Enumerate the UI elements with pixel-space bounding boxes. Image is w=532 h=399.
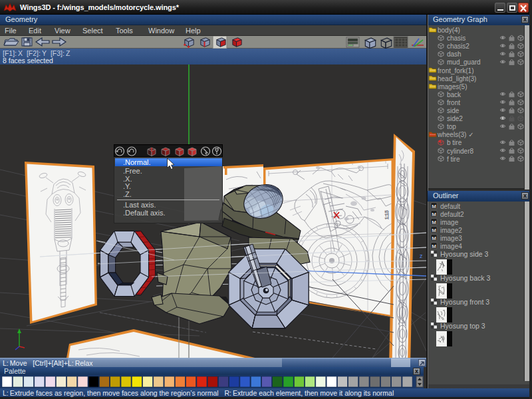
svg-text:M: M <box>432 227 436 233</box>
svg-text:head_light(3): head_light(3) <box>438 75 476 82</box>
svg-text:side: side <box>447 107 460 114</box>
svg-text:M: M <box>432 235 436 241</box>
svg-text:f tire: f tire <box>447 156 460 163</box>
svg-text:default: default <box>440 203 460 210</box>
svg-text:image: image <box>440 219 459 226</box>
svg-text:chasis: chasis <box>447 35 466 42</box>
svg-text:Hyosung front 3: Hyosung front 3 <box>440 298 489 306</box>
svg-text:wheels(3) ✓: wheels(3) ✓ <box>437 131 474 138</box>
svg-text:chasis2: chasis2 <box>447 43 469 50</box>
svg-text:z: z <box>420 253 423 259</box>
svg-text:image2: image2 <box>440 227 462 234</box>
svg-text:dash: dash <box>447 51 462 58</box>
svg-text:1:15: 1:15 <box>384 210 389 219</box>
svg-text:image4: image4 <box>440 243 462 250</box>
svg-text:back: back <box>447 91 462 98</box>
svg-text:M: M <box>432 243 436 249</box>
svg-text:mud_guard: mud_guard <box>447 59 481 66</box>
svg-text:Hyosung top 3: Hyosung top 3 <box>440 322 485 330</box>
svg-text:front: front <box>447 99 460 106</box>
svg-text:images(5): images(5) <box>438 83 467 90</box>
svg-text:M: M <box>432 219 436 225</box>
svg-text:default2: default2 <box>440 211 464 218</box>
svg-text:image3: image3 <box>440 235 462 242</box>
svg-text:b tire: b tire <box>447 139 462 146</box>
svg-text:front_fork(1): front_fork(1) <box>438 67 473 74</box>
svg-text:M: M <box>432 211 436 217</box>
svg-text:Hyosung back 3: Hyosung back 3 <box>440 274 490 282</box>
svg-text:body(4): body(4) <box>438 27 460 34</box>
svg-text:cylinder8: cylinder8 <box>447 148 473 155</box>
svg-text:side2: side2 <box>447 115 463 122</box>
svg-text:Hyosung side 3: Hyosung side 3 <box>440 250 489 258</box>
svg-text:top: top <box>447 123 456 130</box>
svg-text:M: M <box>432 203 436 209</box>
